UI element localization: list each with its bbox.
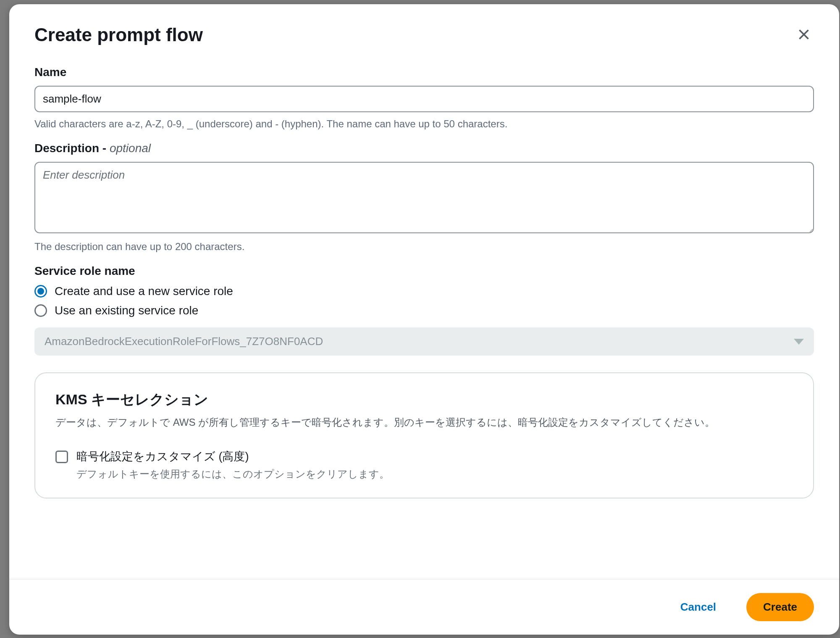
cancel-button[interactable]: Cancel (664, 593, 733, 621)
radio-label-use-existing: Use an existing service role (55, 304, 198, 317)
description-textarea[interactable] (34, 162, 814, 233)
modal-title: Create prompt flow (34, 24, 203, 45)
modal-footer: Cancel Create (9, 579, 839, 635)
kms-checkbox-row: 暗号化設定をカスタマイズ (高度) デフォルトキーを使用するには、このオプション… (55, 449, 793, 481)
close-button[interactable] (794, 24, 814, 45)
service-role-radio-group: Create and use a new service role Use an… (34, 285, 814, 317)
name-label: Name (34, 66, 814, 79)
name-input[interactable] (34, 86, 814, 112)
name-hint: Valid characters are a-z, A-Z, 0-9, _ (u… (34, 118, 814, 130)
service-role-select-value: AmazonBedrockExecutionRoleForFlows_7Z7O8… (45, 335, 323, 348)
kms-checkbox-text: 暗号化設定をカスタマイズ (高度) デフォルトキーを使用するには、このオプション… (76, 449, 389, 481)
service-role-label: Service role name (34, 264, 814, 278)
description-field: Description - optional The description c… (34, 142, 814, 253)
radio-use-existing-role[interactable]: Use an existing service role (34, 304, 814, 317)
close-icon (796, 27, 811, 42)
description-label-text: Description - (34, 142, 110, 155)
modal-header: Create prompt flow (9, 4, 839, 54)
description-optional-tag: optional (110, 142, 151, 155)
kms-description: データは、デフォルトで AWS が所有し管理するキーで暗号化されます。別のキーを… (55, 414, 793, 430)
service-role-select: AmazonBedrockExecutionRoleForFlows_7Z7O8… (34, 327, 814, 356)
service-role-field: Service role name Create and use a new s… (34, 264, 814, 356)
name-field: Name Valid characters are a-z, A-Z, 0-9,… (34, 66, 814, 130)
modal-body: Name Valid characters are a-z, A-Z, 0-9,… (9, 54, 839, 579)
kms-checkbox-sub: デフォルトキーを使用するには、このオプションをクリアします。 (76, 467, 389, 481)
description-label: Description - optional (34, 142, 814, 155)
chevron-down-icon (794, 339, 804, 345)
radio-icon (34, 304, 47, 317)
radio-create-new-role[interactable]: Create and use a new service role (34, 285, 814, 298)
create-button[interactable]: Create (746, 593, 814, 621)
create-prompt-flow-modal: Create prompt flow Name Valid characters… (9, 4, 839, 635)
kms-checkbox-label: 暗号化設定をカスタマイズ (高度) (76, 449, 389, 464)
kms-panel: KMS キーセレクション データは、デフォルトで AWS が所有し管理するキーで… (34, 372, 814, 498)
kms-customize-checkbox[interactable] (55, 451, 68, 463)
description-hint: The description can have up to 200 chara… (34, 241, 814, 253)
radio-icon (34, 285, 47, 298)
radio-label-create-new: Create and use a new service role (55, 285, 233, 298)
kms-title: KMS キーセレクション (55, 390, 793, 409)
